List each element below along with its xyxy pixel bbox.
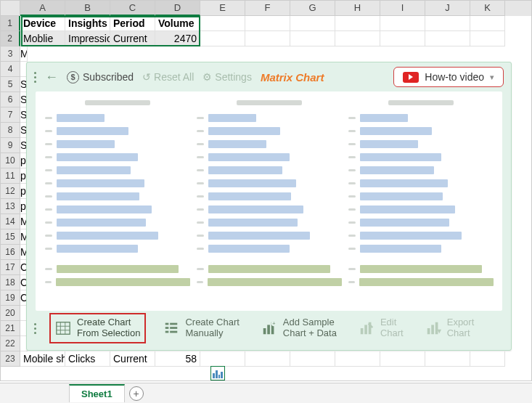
drag-handle-icon[interactable]	[34, 323, 36, 334]
cell-K2[interactable]	[470, 31, 505, 46]
cell-D23[interactable]: 58	[155, 351, 200, 367]
cell-C23[interactable]: Current	[110, 351, 155, 367]
rownum-14[interactable]: 14	[1, 214, 20, 229]
rownum-15[interactable]: 15	[1, 229, 20, 245]
col-B[interactable]: B	[65, 1, 110, 16]
rownum-6[interactable]: 6	[1, 92, 20, 107]
cell-A23[interactable]: Mobile sh	[20, 351, 65, 367]
cell-A2[interactable]: Moblie	[20, 31, 65, 46]
cell-C1[interactable]: Period	[110, 16, 155, 31]
create-chart-from-selection-button[interactable]: Create Chart From Selection	[49, 313, 146, 343]
cell-E1[interactable]	[200, 16, 245, 31]
select-all-corner[interactable]	[1, 1, 20, 16]
sheet-tab-1[interactable]: Sheet1	[69, 384, 125, 402]
bar	[208, 245, 290, 253]
col-G[interactable]: G	[290, 1, 335, 16]
edit-chart-button: Edit Chart	[354, 314, 408, 342]
create-chart-manually-button[interactable]: Create Chart Manually	[159, 314, 243, 342]
col-C[interactable]: C	[110, 1, 155, 16]
bar-row	[348, 139, 494, 149]
cell-B23[interactable]: Clicks	[65, 351, 110, 367]
cell-G23[interactable]	[290, 351, 335, 367]
col-I[interactable]: I	[380, 1, 425, 16]
row-23: 23 Mobile sh Clicks Current 58	[1, 351, 531, 367]
rownum-10[interactable]: 10	[1, 153, 20, 168]
cell-I2[interactable]	[380, 31, 425, 46]
col-K[interactable]: K	[470, 1, 505, 16]
bar	[360, 153, 441, 161]
cell-G2[interactable]	[290, 31, 335, 46]
bar	[208, 153, 290, 161]
cell-I23[interactable]	[380, 351, 425, 367]
cell-B2[interactable]: Impressio	[65, 31, 110, 46]
settings-button[interactable]: ⚙ Settings	[202, 71, 252, 83]
rownum-21[interactable]: 21	[1, 321, 20, 336]
cell-B1[interactable]: Insights	[65, 16, 110, 31]
rownum-22[interactable]: 22	[1, 336, 20, 351]
cell-D1[interactable]: Volume	[155, 16, 200, 31]
reset-all-button[interactable]: ↺ Reset All	[142, 71, 194, 83]
rownum-13[interactable]: 13	[1, 199, 20, 214]
col-F[interactable]: F	[245, 1, 290, 16]
rownum-20[interactable]: 20	[1, 306, 20, 321]
cell-K23[interactable]	[470, 351, 505, 367]
cell-E2[interactable]	[200, 31, 245, 46]
new-sheet-button[interactable]: +	[129, 386, 144, 401]
add-sample-l2: Chart + Data	[283, 328, 337, 339]
bar-row	[348, 243, 494, 253]
rownum-12[interactable]: 12	[1, 184, 20, 199]
rownum-1[interactable]: 1	[1, 16, 20, 31]
cell-I1[interactable]	[380, 16, 425, 31]
tick-icon	[45, 195, 52, 198]
cell-H23[interactable]	[335, 351, 380, 367]
bar	[360, 127, 433, 135]
subscribed-status[interactable]: $ Subscribed	[67, 71, 134, 84]
col-E[interactable]: E	[200, 1, 245, 16]
cell-H2[interactable]	[335, 31, 380, 46]
cell-F23[interactable]	[245, 351, 290, 367]
cell-F2[interactable]	[245, 31, 290, 46]
rownum-3[interactable]: 3	[1, 46, 20, 62]
rownum-9[interactable]: 9	[1, 138, 20, 153]
bar-row	[197, 230, 342, 240]
cell-A1[interactable]: Device	[20, 16, 65, 31]
drag-handle-icon[interactable]	[34, 72, 36, 83]
cell-E23[interactable]	[200, 351, 245, 367]
cell-J2[interactable]	[425, 31, 470, 46]
cell-A3[interactable]: M	[20, 46, 28, 62]
cell-K1[interactable]	[470, 16, 505, 31]
rownum-19[interactable]: 19	[1, 290, 20, 306]
rownum-8[interactable]: 8	[1, 123, 20, 138]
rownum-23[interactable]: 23	[1, 351, 20, 367]
rownum-18[interactable]: 18	[1, 275, 20, 290]
rownum-16[interactable]: 16	[1, 245, 20, 260]
rownum-2[interactable]: 2	[1, 31, 20, 46]
cell-C2[interactable]: Current	[110, 31, 155, 46]
col-A[interactable]: A	[20, 1, 65, 16]
tick-icon	[45, 208, 52, 211]
cell-D2[interactable]: 2470	[155, 31, 200, 46]
rownum-7[interactable]: 7	[1, 107, 20, 123]
rownum-4[interactable]: 4	[1, 62, 20, 77]
edit-l2: Chart	[380, 328, 404, 339]
bar-row	[348, 113, 494, 123]
howto-video-button[interactable]: How-to video ▾	[393, 67, 504, 87]
cell-J1[interactable]	[425, 16, 470, 31]
quick-analysis-icon[interactable]	[210, 366, 225, 380]
col-J[interactable]: J	[425, 1, 470, 16]
cell-G1[interactable]	[290, 16, 335, 31]
bar	[208, 179, 297, 187]
cell-J23[interactable]	[425, 351, 470, 367]
col-D[interactable]: D	[155, 1, 200, 16]
cell-F1[interactable]	[245, 16, 290, 31]
rownum-5[interactable]: 5	[1, 77, 20, 92]
cell-H1[interactable]	[335, 16, 380, 31]
back-arrow-icon[interactable]: ←	[45, 70, 58, 85]
bar-row	[45, 264, 190, 274]
rownum-17[interactable]: 17	[1, 260, 20, 275]
bar	[208, 265, 331, 273]
col-H[interactable]: H	[335, 1, 380, 16]
tick-icon	[45, 143, 52, 145]
add-sample-button[interactable]: + Add Sample Chart + Data	[257, 314, 341, 342]
rownum-11[interactable]: 11	[1, 168, 20, 184]
